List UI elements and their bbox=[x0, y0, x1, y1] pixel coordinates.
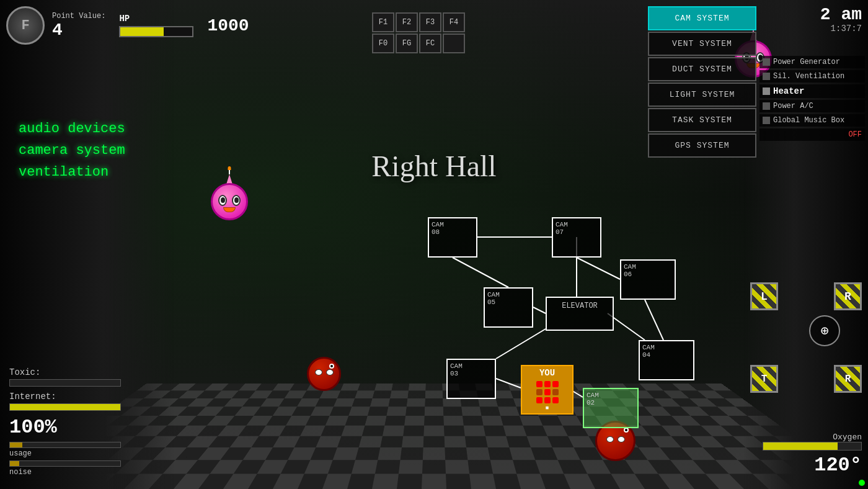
power-generator-label: Power Generator bbox=[773, 58, 840, 66]
elevator-label: ELEVATOR bbox=[562, 302, 598, 310]
internet-bar bbox=[9, 403, 121, 411]
balloon-eyes-mid bbox=[218, 195, 241, 206]
bomb-eye-right bbox=[326, 369, 334, 375]
toxic-bar bbox=[9, 379, 121, 387]
point-value-block: Point Value: 4 bbox=[52, 12, 105, 39]
cam-f4-button[interactable]: F4 bbox=[443, 12, 465, 32]
noise-bar bbox=[9, 460, 121, 467]
heater-label: Heater bbox=[773, 86, 804, 96]
cam-06-label: CAM bbox=[624, 263, 672, 271]
bomb-eye-left bbox=[315, 369, 322, 375]
time-display: 2 am 1:37:7 bbox=[763, 6, 862, 34]
gps-system-button[interactable]: GPS SYSTEM bbox=[648, 133, 756, 158]
cam-fc-button[interactable]: FC bbox=[419, 34, 441, 53]
time-sub: 1:37:7 bbox=[763, 24, 862, 34]
vent-system-button[interactable]: VENT SYSTEM bbox=[648, 32, 756, 56]
svg-line-9 bbox=[645, 300, 663, 340]
cam-02-number: 02 bbox=[587, 399, 635, 406]
svg-line-6 bbox=[496, 329, 546, 359]
hp-bar-fill bbox=[120, 27, 164, 36]
r2-button[interactable]: R bbox=[834, 365, 862, 393]
oxygen-bar bbox=[763, 442, 862, 451]
internet-percent: 100% bbox=[9, 416, 121, 439]
power-ac-label: Power A/C bbox=[773, 102, 813, 110]
internet-bar-fill bbox=[10, 404, 120, 410]
lr-row: L R bbox=[750, 282, 862, 310]
cam-05-node[interactable]: CAM 05 bbox=[484, 287, 533, 328]
sil-ventilation-dot bbox=[763, 73, 770, 80]
angle-display: 120° bbox=[763, 454, 862, 477]
cam-03-node[interactable]: CAM 03 bbox=[446, 359, 496, 399]
heater-dot bbox=[763, 87, 770, 95]
cam-06-node[interactable]: CAM 06 bbox=[620, 259, 676, 300]
svg-line-3 bbox=[453, 258, 508, 287]
you-node: YOU ■ bbox=[521, 365, 574, 415]
light-system-button[interactable]: LIGHT SYSTEM bbox=[648, 83, 756, 107]
oxygen-label: Oxygen bbox=[763, 433, 862, 442]
cam-06-number: 06 bbox=[624, 271, 672, 278]
usage-noise-block: usage noise bbox=[9, 442, 121, 477]
cam-fg-button[interactable]: FG bbox=[396, 34, 418, 53]
freddy-icon: F bbox=[6, 6, 45, 45]
task-system-button[interactable]: TASK SYSTEM bbox=[648, 108, 756, 132]
system-off-label: OFF bbox=[760, 128, 865, 141]
cam-02-node[interactable]: CAM 02 bbox=[583, 388, 639, 428]
you-label: YOU ■ bbox=[536, 368, 559, 411]
cam-08-label: CAM bbox=[432, 221, 474, 228]
bomb-eyes-left bbox=[315, 369, 334, 375]
svg-line-7 bbox=[496, 379, 521, 388]
oxygen-bar-fill bbox=[763, 442, 838, 450]
usage-label: usage bbox=[9, 449, 121, 458]
cam-03-number: 03 bbox=[450, 370, 492, 377]
cam-07-label: CAM bbox=[556, 221, 598, 228]
balloon-eye-mid-left bbox=[218, 195, 227, 206]
global-music-box-dot bbox=[763, 117, 770, 124]
balloon-eye-mid-right bbox=[232, 195, 241, 206]
cam-05-number: 05 bbox=[487, 298, 529, 306]
candle-mid bbox=[229, 170, 230, 174]
hp-bar bbox=[119, 26, 193, 37]
you-dots bbox=[536, 381, 559, 403]
cam-empty-button bbox=[443, 34, 465, 53]
right-status-panel: Power Generator Sil. Ventilation Heater … bbox=[760, 56, 865, 141]
point-number: 4 bbox=[52, 22, 105, 39]
cam-08-number: 08 bbox=[432, 228, 474, 236]
cam-f1-button[interactable]: F1 bbox=[372, 12, 394, 32]
cam-f2-button[interactable]: F2 bbox=[396, 12, 418, 32]
extra-points: 1000 bbox=[207, 16, 249, 35]
cam-07-node[interactable]: CAM 07 bbox=[552, 217, 601, 258]
elevator-node[interactable]: ELEVATOR bbox=[546, 297, 614, 331]
system-panel: CAM SYSTEM VENT SYSTEM DUCT SYSTEM LIGHT… bbox=[648, 6, 756, 158]
ventilation-text: ventilation bbox=[19, 161, 125, 183]
cam-02-label: CAM bbox=[587, 392, 635, 399]
cam-04-node[interactable]: CAM 04 bbox=[639, 340, 694, 380]
fan-icon[interactable]: ⊕ bbox=[809, 315, 840, 346]
power-ac-dot bbox=[763, 102, 770, 110]
cam-08-node[interactable]: CAM 08 bbox=[428, 217, 477, 258]
cam-f0-button[interactable]: F0 bbox=[372, 34, 394, 53]
cam-f3-button[interactable]: F3 bbox=[419, 12, 441, 32]
tr-row: T R bbox=[750, 365, 862, 393]
cam-05-label: CAM bbox=[487, 291, 529, 298]
cam-system-button[interactable]: CAM SYSTEM bbox=[648, 6, 756, 30]
extra-number: 1000 bbox=[207, 16, 249, 35]
noise-label: noise bbox=[9, 468, 121, 477]
t-button[interactable]: T bbox=[750, 365, 778, 393]
camera-map: CAM 08 CAM 07 CAM 06 CAM 05 ELEVATOR CAM… bbox=[409, 205, 725, 478]
cam-function-buttons[interactable]: F1 F2 F3 F4 F0 FG FC bbox=[372, 12, 465, 53]
left-button[interactable]: L bbox=[750, 282, 778, 310]
point-label: Point Value: bbox=[52, 12, 105, 20]
cam-04-label: CAM bbox=[642, 344, 691, 351]
left-panel-text: audio devices camera system ventilation bbox=[19, 118, 125, 184]
power-ac-status: Power A/C bbox=[760, 100, 865, 112]
internet-label: Internet: bbox=[9, 392, 121, 402]
usage-bar bbox=[9, 442, 121, 448]
noise-bar-fill bbox=[10, 461, 19, 466]
bottom-right-stats: Oxygen 120° bbox=[763, 433, 862, 477]
duct-system-button[interactable]: DUCT SYSTEM bbox=[648, 57, 756, 81]
svg-line-1 bbox=[577, 258, 620, 279]
right-button[interactable]: R bbox=[834, 282, 862, 310]
hp-label: HP bbox=[119, 14, 193, 24]
green-text-block: audio devices camera system ventilation bbox=[19, 118, 125, 184]
balloon-character-mid bbox=[211, 183, 248, 220]
